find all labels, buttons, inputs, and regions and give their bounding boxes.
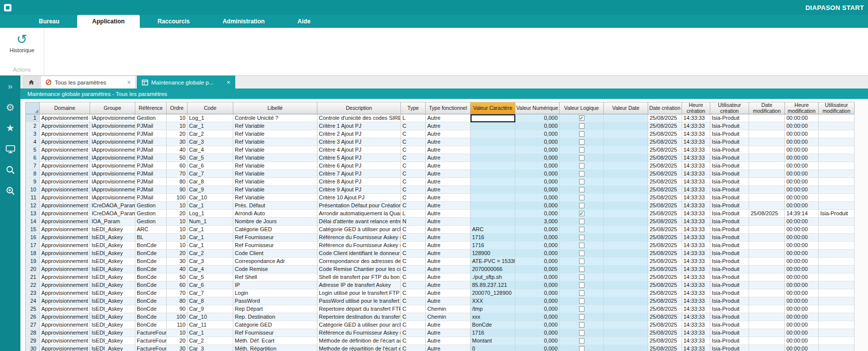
- cell-valeur_caractere[interactable]: [471, 114, 515, 122]
- cell-valeur_caractere[interactable]: 0: [471, 345, 515, 351]
- cell-reference[interactable]: Gestion: [135, 218, 167, 226]
- cell-description[interactable]: Référence du Fournisseur Askey da: [317, 234, 401, 242]
- cell-valeur_logique[interactable]: [560, 130, 604, 138]
- cell-valeur_date[interactable]: [604, 154, 648, 162]
- cell-description[interactable]: Critère 9 Ajout PJ: [317, 186, 401, 194]
- cell-valeur_numerique[interactable]: 0,000: [515, 234, 560, 242]
- cell-valeur_caractere[interactable]: 1716: [471, 329, 515, 337]
- cell-valeur_date[interactable]: [604, 234, 648, 242]
- cell-heure_creation[interactable]: 14:33:33: [682, 313, 710, 321]
- cell-libelle[interactable]: Catégorie GED: [233, 321, 317, 329]
- checkbox-checked-icon[interactable]: [579, 211, 584, 216]
- cell-heure_creation[interactable]: 14:33:33: [682, 122, 710, 130]
- cell-heure_creation[interactable]: 14:33:33: [682, 234, 710, 242]
- row-number[interactable]: 25: [25, 305, 40, 313]
- cell-domaine[interactable]: Approvisionnement: [40, 122, 90, 130]
- cell-date_modification[interactable]: [749, 202, 785, 210]
- row-number[interactable]: 6: [25, 154, 40, 162]
- cell-groupe[interactable]: IApprovisionnement: [90, 162, 135, 170]
- cell-heure_modification[interactable]: 00:00:00: [785, 273, 819, 281]
- cell-domaine[interactable]: Approvisionnement: [40, 234, 90, 242]
- cell-valeur_numerique[interactable]: 0,000: [515, 329, 560, 337]
- cell-date_creation[interactable]: 25/08/2025: [648, 154, 682, 162]
- cell-date_modification[interactable]: [749, 186, 785, 194]
- cell-valeur_caractere[interactable]: 1716: [471, 242, 515, 250]
- cell-reference[interactable]: PJMail: [135, 138, 167, 146]
- checkbox-unchecked-icon[interactable]: [579, 187, 584, 192]
- cell-valeur_caractere[interactable]: [471, 122, 515, 130]
- cell-groupe[interactable]: ICreDAOA_Param: [90, 210, 135, 218]
- cell-valeur_logique[interactable]: [560, 250, 604, 258]
- cell-domaine[interactable]: Approvisionnement: [40, 162, 90, 170]
- cell-type[interactable]: C: [401, 313, 426, 321]
- cell-heure_creation[interactable]: 14:33:33: [682, 202, 710, 210]
- cell-description[interactable]: Critère 6 Ajout PJ: [317, 162, 401, 170]
- cell-reference[interactable]: BonCde: [135, 273, 167, 281]
- cell-reference[interactable]: BonCde: [135, 321, 167, 329]
- cell-utilisateur_creation[interactable]: Isia-Produit: [710, 210, 749, 218]
- cell-description[interactable]: Méthode de définition de l'écart acc: [317, 337, 401, 345]
- cell-date_modification[interactable]: [749, 170, 785, 178]
- cell-description[interactable]: Code Remise Chantier pour les con: [317, 265, 401, 273]
- cell-heure_modification[interactable]: 00:00:00: [785, 329, 819, 337]
- cell-type_fonctionnel[interactable]: Autre: [426, 194, 471, 202]
- menu-raccourcis[interactable]: Raccourcis: [143, 15, 205, 28]
- cell-description[interactable]: Controle d'unicité des codes SIREN: [317, 114, 401, 122]
- cell-valeur_caractere[interactable]: 200070_128900: [471, 289, 515, 297]
- cell-valeur_numerique[interactable]: 0,000: [515, 289, 560, 297]
- row-number[interactable]: 21: [25, 273, 40, 281]
- cell-utilisateur_modification[interactable]: [819, 226, 855, 234]
- checkbox-unchecked-icon[interactable]: [579, 123, 584, 129]
- cell-domaine[interactable]: Approvisionnement: [40, 186, 90, 194]
- cell-valeur_numerique[interactable]: 0,000: [515, 170, 560, 178]
- cell-libelle[interactable]: Ref Variable: [233, 138, 317, 146]
- cell-description[interactable]: Critère 7 Ajout PJ: [317, 170, 401, 178]
- cell-date_creation[interactable]: 25/08/2025: [648, 265, 682, 273]
- cell-groupe[interactable]: IsEDI_Askey: [90, 289, 135, 297]
- cell-utilisateur_creation[interactable]: Isia-Produit: [710, 186, 749, 194]
- cell-utilisateur_creation[interactable]: Isia-Produit: [710, 297, 749, 305]
- cell-libelle[interactable]: IP: [233, 281, 317, 289]
- cell-reference[interactable]: BonCde: [135, 242, 167, 250]
- cell-heure_creation[interactable]: 14:33:33: [682, 297, 710, 305]
- cell-utilisateur_modification[interactable]: [819, 321, 855, 329]
- cell-type_fonctionnel[interactable]: Autre: [426, 218, 471, 226]
- cell-description[interactable]: Référence du Fournisseur Askey d: [317, 329, 401, 337]
- cell-valeur_logique[interactable]: [560, 114, 604, 122]
- cell-groupe[interactable]: IApprovisionnement: [90, 186, 135, 194]
- cell-type_fonctionnel[interactable]: Autre: [426, 114, 471, 122]
- cell-date_modification[interactable]: [749, 297, 785, 305]
- cell-heure_modification[interactable]: 00:00:00: [785, 114, 819, 122]
- cell-domaine[interactable]: Approvisionnement: [40, 170, 90, 178]
- cell-heure_modification[interactable]: 00:00:00: [785, 138, 819, 146]
- cell-date_creation[interactable]: 25/08/2025: [648, 130, 682, 138]
- cell-libelle[interactable]: Ref Variable: [233, 178, 317, 186]
- cell-ordre[interactable]: 10: [167, 218, 188, 226]
- cell-ordre[interactable]: 20: [167, 210, 188, 218]
- cell-description[interactable]: Catégorie GED à utiliser pour archiv: [317, 321, 401, 329]
- cell-reference[interactable]: BonCde: [135, 289, 167, 297]
- cell-description[interactable]: Référence du Fournisseur Askey d: [317, 242, 401, 250]
- cell-utilisateur_creation[interactable]: Isia-Produit: [710, 273, 749, 281]
- row-number[interactable]: 26: [25, 313, 40, 321]
- cell-type_fonctionnel[interactable]: Chemin: [426, 305, 471, 313]
- cell-libelle[interactable]: Méth. Répartition: [233, 345, 317, 351]
- cell-ordre[interactable]: 90: [167, 186, 188, 194]
- cell-date_modification[interactable]: 25/08/2025: [749, 210, 785, 218]
- cell-reference[interactable]: BonCde: [135, 265, 167, 273]
- checkbox-unchecked-icon[interactable]: [579, 290, 584, 296]
- cell-valeur_numerique[interactable]: 0,000: [515, 186, 560, 194]
- cell-type_fonctionnel[interactable]: Autre: [426, 281, 471, 289]
- cell-valeur_date[interactable]: [604, 130, 648, 138]
- cell-utilisateur_modification[interactable]: [819, 202, 855, 210]
- cell-description[interactable]: Login utilisé pour le transfert FTP: [317, 289, 401, 297]
- cell-valeur_caractere[interactable]: [471, 154, 515, 162]
- cell-heure_creation[interactable]: 14:33:33: [682, 337, 710, 345]
- cell-date_modification[interactable]: [749, 305, 785, 313]
- cell-heure_creation[interactable]: 14:33:33: [682, 194, 710, 202]
- cell-valeur_caractere[interactable]: /tmp: [471, 305, 515, 313]
- cell-valeur_numerique[interactable]: 0,000: [515, 242, 560, 250]
- cell-valeur_date[interactable]: [604, 297, 648, 305]
- select-all-corner[interactable]: [25, 102, 40, 114]
- cell-domaine[interactable]: Approvisionnement: [40, 313, 90, 321]
